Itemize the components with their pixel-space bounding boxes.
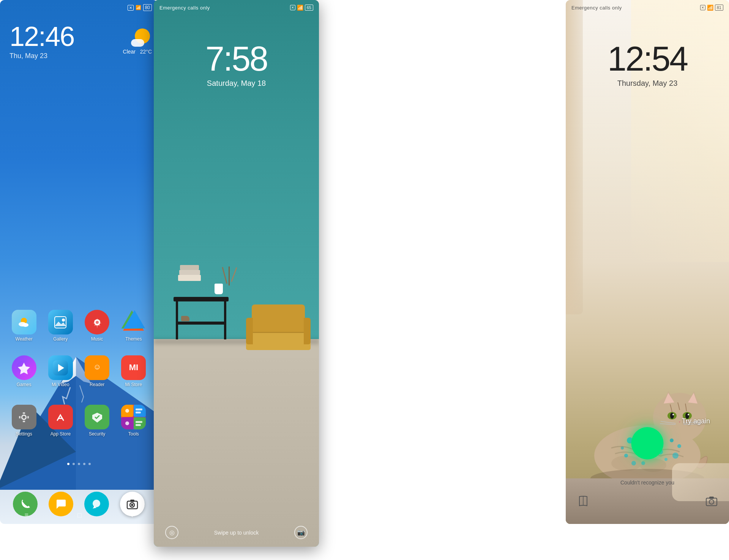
- svg-rect-26: [134, 405, 146, 417]
- svg-marker-4: [55, 322, 66, 326]
- nav-home[interactable]: □: [77, 511, 82, 519]
- app-themes-label: Themes: [125, 336, 142, 342]
- status-bar-2: Emergency calls only ✕ 📶 65: [154, 0, 319, 15]
- room-floor: [154, 339, 319, 547]
- app-tools[interactable]: Tools: [117, 405, 150, 437]
- page-dots: [0, 463, 158, 465]
- app-music-label: Music: [91, 336, 103, 342]
- app-games-label: Games: [17, 382, 32, 387]
- app-gallery-label: Gallery: [53, 336, 68, 342]
- lock-date-3: Thursday, May 23: [566, 79, 729, 88]
- svg-point-50: [672, 414, 674, 415]
- app-settings-label: Settings: [16, 431, 32, 437]
- lock-clock-2: 7:58: [154, 42, 319, 76]
- app-mistore[interactable]: MI Mi Store: [117, 355, 150, 387]
- weather-condition: Clear: [123, 49, 136, 55]
- home-date: Thu, May 23: [9, 52, 74, 60]
- svg-point-67: [672, 453, 679, 459]
- status-bar: ✕ 📶 80: [0, 0, 158, 15]
- screen-lock2: Emergency calls only ✕ 📶 81 12:54 Thursd…: [566, 0, 729, 524]
- lock-time-2: 7:58 Saturday, May 18: [154, 42, 319, 88]
- table-vase: [215, 284, 223, 294]
- lock-time-3: 12:54 Thursday, May 23: [566, 42, 729, 88]
- status-icons-3: ✕ 📶 81: [700, 5, 723, 11]
- svg-point-35: [93, 500, 100, 507]
- svg-point-38: [131, 504, 133, 506]
- couldnt-recognize-text: Couldn't recognize you: [620, 480, 674, 486]
- svg-point-76: [709, 500, 714, 504]
- lock-date-2: Saturday, May 18: [154, 79, 319, 88]
- app-themes[interactable]: Themes: [117, 310, 150, 342]
- app-settings[interactable]: Settings: [8, 405, 40, 437]
- status-bar-3: Emergency calls only ✕ 📶 81: [566, 0, 729, 15]
- app-reader-label: Reader: [90, 382, 104, 387]
- app-appstore-label: App Store: [50, 431, 71, 437]
- svg-point-2: [22, 323, 28, 327]
- home-clock: 12:46: [9, 23, 74, 50]
- sofa: [246, 297, 311, 350]
- nav-back[interactable]: ‹: [131, 511, 133, 519]
- svg-point-63: [624, 454, 628, 457]
- home-bottom-nav: ≡ □ ‹: [0, 509, 158, 522]
- app-games[interactable]: Games: [8, 355, 40, 387]
- nav-menu[interactable]: ≡: [25, 511, 29, 519]
- svg-rect-28: [134, 417, 146, 429]
- bird-deco: [181, 316, 189, 321]
- svg-point-68: [664, 458, 667, 461]
- app-weather-label: Weather: [16, 336, 33, 342]
- dot-3: [78, 463, 80, 465]
- weather-temp: 22°C: [140, 49, 152, 55]
- svg-rect-3: [55, 317, 66, 328]
- battery-3: 81: [715, 5, 723, 11]
- try-again-container: Try again: [682, 417, 710, 425]
- app-music[interactable]: Music: [81, 310, 114, 342]
- app-grid: Weather Gallery Music: [8, 310, 150, 342]
- lock3-camera[interactable]: [705, 495, 718, 509]
- svg-rect-34: [136, 424, 141, 426]
- svg-point-69: [631, 461, 636, 465]
- lock-clock-3: 12:54: [566, 42, 729, 76]
- app-gallery[interactable]: Gallery: [44, 310, 77, 342]
- svg-rect-39: [130, 500, 134, 502]
- app-tools-label: Tools: [128, 431, 139, 437]
- svg-point-29: [125, 409, 129, 413]
- svg-point-74: [641, 461, 645, 465]
- try-again-text: Try again: [682, 417, 710, 425]
- weather-widget[interactable]: Clear 22°C: [123, 27, 152, 55]
- dot-5: [88, 463, 91, 465]
- status-icons-2: ✕ 📶 65: [290, 5, 313, 11]
- app-mivideo[interactable]: Mi Video: [44, 355, 77, 387]
- app-reader[interactable]: ☺ Reader: [81, 355, 114, 387]
- svg-point-51: [688, 414, 689, 415]
- svg-rect-77: [709, 497, 714, 499]
- svg-rect-33: [136, 421, 142, 423]
- app-mivideo-label: Mi Video: [52, 382, 69, 387]
- app-grid-row3: Settings App Store Security: [8, 405, 150, 437]
- emergency-text-2: Emergency calls only: [159, 5, 210, 11]
- screen-home: ✕ 📶 80 12:46 Thu, May 23 Clear: [0, 0, 158, 524]
- app-weather[interactable]: Weather: [8, 310, 40, 342]
- svg-point-72: [621, 446, 624, 450]
- app-appstore[interactable]: App Store: [44, 405, 77, 437]
- couldnt-recognize-container: Couldn't recognize you: [566, 479, 729, 486]
- dot-4: [83, 463, 85, 465]
- svg-rect-30: [136, 409, 142, 410]
- svg-rect-31: [136, 412, 141, 413]
- fingerprint-button[interactable]: [631, 427, 664, 459]
- svg-rect-21: [53, 410, 68, 425]
- svg-rect-20: [16, 410, 32, 425]
- home-time-display: 12:46 Thu, May 23: [9, 23, 74, 60]
- svg-point-66: [670, 439, 674, 442]
- battery-2: 65: [305, 5, 313, 11]
- lock3-book[interactable]: [577, 495, 589, 509]
- app-security[interactable]: Security: [81, 405, 114, 437]
- screen-lock1: Emergency calls only ✕ 📶 65 7:58 Saturda…: [154, 0, 319, 547]
- dot-2: [73, 463, 75, 465]
- app-grid-row2: Games Mi Video ☺ Reader: [8, 355, 150, 387]
- window-light: [631, 0, 729, 262]
- emergency-text-3: Emergency calls only: [571, 5, 622, 11]
- status-icons: ✕ 📶 80: [128, 4, 152, 11]
- svg-point-71: [677, 444, 681, 448]
- svg-point-32: [125, 421, 129, 425]
- screens-container: ✕ 📶 80 12:46 Thu, May 23 Clear: [0, 0, 729, 560]
